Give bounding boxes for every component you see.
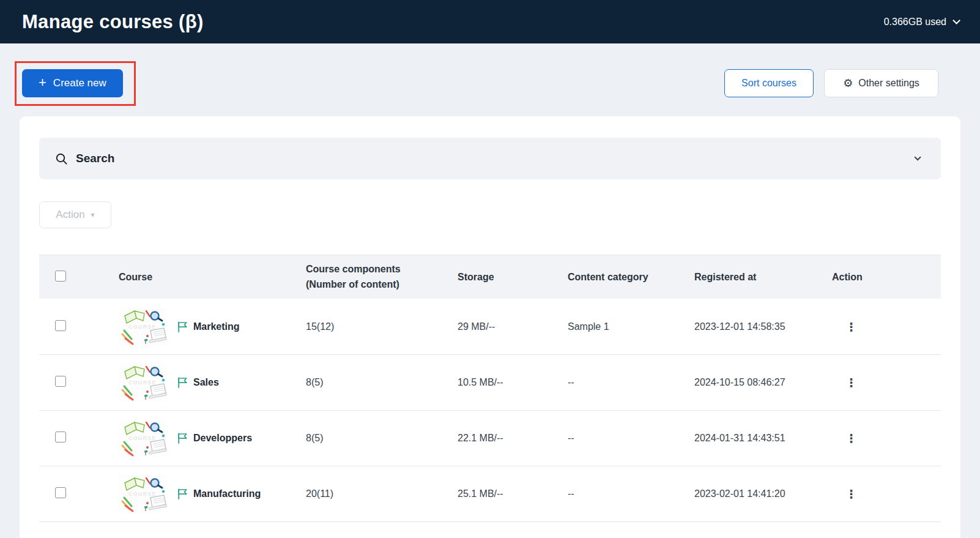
course-components-cell: 8(5) — [294, 433, 445, 444]
course-name-link[interactable]: Manufacturing — [193, 488, 261, 499]
row-checkbox[interactable] — [55, 320, 66, 331]
courses-table: Course Course components (Number of cont… — [39, 255, 941, 538]
storage-cell: 25.1 MB/-- — [445, 488, 555, 499]
svg-text:COURSE: COURSE — [128, 435, 156, 441]
search-icon — [55, 152, 68, 165]
flag-icon — [177, 488, 188, 499]
category-cell: Sample 1 — [555, 321, 682, 332]
column-category: Content category — [555, 272, 682, 283]
table-body: COURSE — [39, 299, 941, 521]
flag-icon — [177, 377, 188, 388]
row-kebab-menu-icon[interactable]: ⋮ — [845, 320, 857, 334]
svg-text:COURSE: COURSE — [128, 379, 156, 386]
column-course: Course — [98, 272, 294, 283]
create-new-button[interactable]: + Create new — [22, 69, 123, 97]
flag-icon — [177, 433, 188, 444]
row-kebab-menu-icon[interactable]: ⋮ — [845, 487, 857, 501]
svg-text:COURSE: COURSE — [128, 324, 156, 330]
table-header-row: Course Course components (Number of cont… — [39, 255, 941, 299]
category-cell: -- — [555, 488, 682, 499]
column-registered: Registered at — [682, 272, 820, 283]
course-thumbnail: COURSE — [119, 419, 167, 457]
sort-courses-button[interactable]: Sort courses — [724, 69, 814, 97]
row-kebab-menu-icon[interactable]: ⋮ — [845, 376, 857, 389]
table-row: COURSE — [39, 466, 941, 521]
table-row: COURSE — [39, 299, 941, 354]
svg-text:COURSE: COURSE — [128, 491, 156, 497]
partial-next-row — [39, 521, 941, 538]
row-checkbox[interactable] — [55, 376, 66, 387]
page-title: Manage courses (β) — [22, 11, 204, 33]
course-name-link[interactable]: Marketing — [193, 321, 240, 332]
registered-cell: 2024-01-31 14:43:51 — [682, 433, 820, 444]
storage-used-dropdown[interactable]: 0.366GB used — [884, 17, 958, 28]
course-name-link[interactable]: Developpers — [193, 433, 252, 444]
chevron-down-icon — [952, 17, 960, 24]
storage-used-label: 0.366GB used — [884, 17, 946, 28]
course-components-cell: 20(11) — [294, 488, 445, 499]
course-thumbnail: COURSE — [119, 364, 167, 402]
course-thumbnail: COURSE — [119, 475, 167, 513]
category-cell: -- — [555, 377, 682, 388]
caret-down-icon: ▾ — [91, 211, 95, 219]
column-components: Course components (Number of content) — [294, 262, 445, 293]
course-components-cell: 15(12) — [294, 321, 445, 332]
search-expand-chevron-icon[interactable] — [914, 154, 921, 160]
registered-cell: 2023-02-01 14:41:20 — [682, 488, 820, 499]
category-cell: -- — [555, 433, 682, 444]
courses-panel: Search Action ▾ Course Course components… — [20, 116, 960, 538]
search-collapse-bar[interactable]: Search — [39, 138, 941, 179]
course-name-link[interactable]: Sales — [193, 377, 219, 388]
other-settings-label: Other settings — [858, 78, 919, 89]
search-label: Search — [76, 152, 114, 165]
registered-cell: 2023-12-01 14:58:35 — [682, 321, 820, 332]
registered-cell: 2024-10-15 08:46:27 — [682, 377, 820, 388]
row-checkbox[interactable] — [55, 432, 66, 443]
flag-icon — [177, 321, 188, 332]
bulk-action-label: Action — [56, 209, 84, 221]
row-kebab-menu-icon[interactable]: ⋮ — [845, 432, 857, 445]
create-new-label: Create new — [53, 77, 106, 89]
gear-icon: ⚙ — [843, 78, 853, 89]
other-settings-button[interactable]: ⚙ Other settings — [824, 69, 938, 97]
storage-cell: 22.1 MB/-- — [445, 433, 555, 444]
app-header: Manage courses (β) 0.366GB used — [0, 0, 980, 43]
column-action: Action — [820, 272, 941, 283]
select-all-checkbox[interactable] — [55, 271, 66, 282]
course-thumbnail: COURSE — [119, 308, 167, 346]
plus-icon: + — [39, 76, 46, 89]
table-row: COURSE — [39, 410, 941, 466]
storage-cell: 29 MB/-- — [445, 321, 555, 332]
column-storage: Storage — [445, 272, 555, 283]
storage-cell: 10.5 MB/-- — [445, 377, 555, 388]
bulk-action-dropdown[interactable]: Action ▾ — [39, 201, 111, 228]
course-components-cell: 8(5) — [294, 377, 445, 388]
row-checkbox[interactable] — [55, 487, 66, 498]
table-row: COURSE — [39, 354, 941, 410]
